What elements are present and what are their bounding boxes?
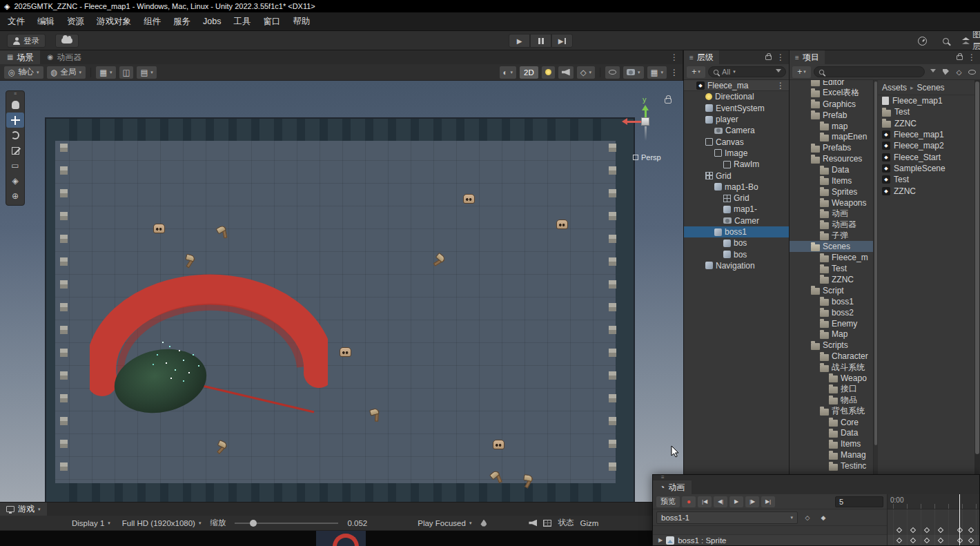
project-item-34[interactable]: Manag	[790, 449, 873, 460]
gizmos-toggle[interactable]: Gizm	[580, 519, 598, 527]
previous-key-button[interactable]: ◀|	[714, 496, 727, 507]
animation-drag-handle[interactable]: ≡	[653, 475, 979, 480]
hierarchy-item-16[interactable]: Navigation	[684, 260, 789, 271]
hierarchy-item-8[interactable]: Grid	[684, 170, 789, 181]
project-item-9[interactable]: Items	[790, 175, 873, 186]
project-item-16[interactable]: Fleece_m	[790, 252, 873, 263]
menu-item-7[interactable]: 工具	[227, 12, 257, 31]
record-button[interactable]: ●	[682, 496, 696, 507]
scene-pane-menu-icon[interactable]: ⋮	[670, 52, 678, 62]
hierarchy-item-15[interactable]: bos	[684, 248, 789, 260]
scene-viewport[interactable]: ≡ ▭ ◈ ⊕ y	[0, 81, 683, 502]
project-item-24[interactable]: Scripts	[790, 340, 873, 351]
hierarchy-item-9[interactable]: map1-Bo	[684, 182, 789, 193]
next-key-button[interactable]: |▶	[745, 496, 759, 507]
hidden-packages-button[interactable]	[967, 70, 977, 75]
scene-toolbar-menu-icon[interactable]: ⋮	[670, 68, 678, 77]
anim-timeline[interactable]: 0:00	[888, 494, 979, 545]
project-item-12[interactable]: 动画	[790, 208, 873, 220]
project-search-input[interactable]	[814, 66, 925, 77]
scene-orientation-gizmo[interactable]: y Persp	[618, 98, 680, 167]
current-frame-field[interactable]: 5	[835, 496, 883, 507]
mute-audio-icon[interactable]	[529, 520, 537, 527]
hierarchy-item-6[interactable]: Image	[684, 148, 789, 159]
project-item-29[interactable]: 物品	[790, 395, 873, 406]
project-item-31[interactable]: Core	[790, 417, 873, 428]
lighting-toggle-button[interactable]	[542, 66, 555, 79]
breadcrumb-item-0[interactable]: Assets	[882, 83, 907, 92]
hierarchy-item-10[interactable]: Grid	[684, 193, 789, 204]
project-item-35[interactable]: Testinc	[790, 460, 873, 471]
menu-item-0[interactable]: 文件	[1, 12, 31, 31]
search-button[interactable]	[943, 34, 949, 48]
effects-button[interactable]: ◇ ▾	[577, 66, 595, 79]
file-row-8[interactable]: ZZNC	[878, 185, 974, 196]
menu-item-3[interactable]: 游戏对象	[90, 12, 137, 31]
draw-mode-button[interactable]: ◐ ▾	[500, 66, 516, 79]
rect-tool-button[interactable]: ▭	[6, 158, 24, 173]
project-item-15[interactable]: Scenes	[790, 241, 873, 252]
handle-space-button[interactable]: ◍ 全局 ▾	[47, 66, 86, 79]
grid-visibility-button[interactable]: ▦ ▾	[96, 66, 115, 79]
vsync-grid-icon[interactable]	[543, 520, 551, 527]
dopesheet-master-row[interactable]	[653, 526, 887, 535]
project-item-17[interactable]: Test	[790, 263, 873, 274]
scale-tool-button[interactable]	[6, 143, 24, 158]
lock-icon[interactable]	[957, 55, 963, 60]
menu-item-1[interactable]: 编辑	[31, 12, 61, 31]
scrollbar-thumb[interactable]	[975, 81, 979, 454]
lock-icon[interactable]	[765, 55, 772, 60]
project-item-14[interactable]: 子弹	[790, 230, 873, 241]
project-item-32[interactable]: Data	[790, 428, 873, 439]
tab-animation[interactable]: ◔ 动画	[653, 480, 692, 494]
hierarchy-item-13[interactable]: boss1	[684, 226, 789, 237]
hand-tool-button[interactable]	[6, 97, 24, 113]
project-item-1[interactable]: Excel表格	[790, 88, 873, 99]
scene-options-icon[interactable]: ⋮	[776, 81, 787, 90]
file-row-7[interactable]: Test	[878, 174, 974, 185]
project-item-26[interactable]: 战斗系统	[790, 362, 873, 373]
hierarchy-item-14[interactable]: bos	[684, 237, 789, 248]
foldout-icon[interactable]: ▶	[658, 537, 663, 543]
search-by-label-button[interactable]	[941, 69, 951, 75]
gizmo-center-cube[interactable]	[641, 117, 649, 126]
project-item-27[interactable]: Weapo	[790, 373, 873, 384]
project-item-0[interactable]: Editor	[790, 80, 873, 88]
menu-item-5[interactable]: 服务	[167, 12, 197, 31]
project-item-13[interactable]: 动画器	[790, 220, 873, 231]
display-dropdown[interactable]: Display 1 ▾	[69, 519, 113, 527]
step-button[interactable]: ▶	[551, 34, 573, 48]
breadcrumb-item-1[interactable]: Scenes	[917, 83, 945, 92]
tab-animator[interactable]: ◉ 动画器	[40, 50, 88, 64]
hierarchy-item-4[interactable]: Camera	[684, 125, 789, 136]
x-axis-cone-icon[interactable]	[622, 118, 627, 125]
project-item-25[interactable]: Character	[790, 351, 873, 362]
hierarchy-item-1[interactable]: Directional	[684, 91, 789, 102]
project-item-5[interactable]: mapEnen	[790, 131, 873, 142]
go-to-end-button[interactable]: ▶|	[761, 496, 775, 507]
lock-icon[interactable]	[665, 98, 672, 104]
hierarchy-search-input[interactable]: All ▾	[708, 66, 786, 77]
pivot-button[interactable]: ◎ 轴心 ▾	[4, 66, 43, 79]
play-button[interactable]: ▶	[509, 34, 530, 48]
project-item-2[interactable]: Graphics	[790, 99, 873, 110]
timeline-ruler[interactable]: 0:00	[888, 494, 979, 509]
menu-item-6[interactable]: Jobs	[197, 12, 227, 31]
project-item-22[interactable]: Enemy	[790, 318, 873, 329]
add-gameobject-button[interactable]: + ▾	[687, 66, 705, 78]
anim-playhead[interactable]	[959, 494, 960, 545]
project-item-8[interactable]: Data	[790, 164, 873, 175]
file-row-6[interactable]: SampleScene	[878, 163, 974, 174]
frame-debugger-icon[interactable]	[480, 520, 487, 527]
go-to-start-button[interactable]: |◀	[698, 496, 712, 507]
zoom-slider-knob[interactable]	[250, 520, 257, 527]
undo-history-button[interactable]	[918, 34, 927, 48]
snap-toggle-button[interactable]: ◫	[119, 66, 134, 79]
tab-hierarchy[interactable]: ≡ 层级	[684, 50, 719, 64]
search-by-type-button[interactable]	[928, 69, 938, 75]
file-row-1[interactable]: Test	[878, 106, 974, 117]
custom-tool-button[interactable]: ⊕	[6, 188, 24, 204]
project-item-23[interactable]: Map	[790, 329, 873, 340]
menu-item-9[interactable]: 帮助	[286, 12, 316, 31]
project-item-33[interactable]: Items	[790, 438, 873, 449]
